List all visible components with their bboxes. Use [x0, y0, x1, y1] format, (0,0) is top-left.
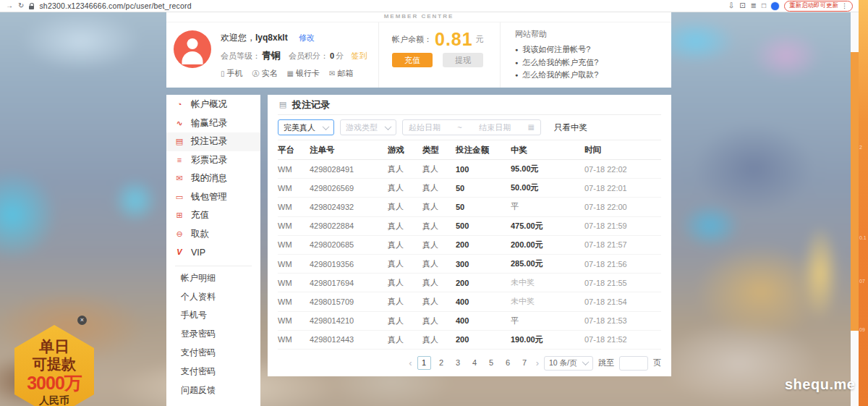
balance-amount: 0.81: [435, 30, 473, 48]
cell-amount: 500: [456, 221, 511, 230]
table-row[interactable]: WM 4298022884 真人 真人 500 475.00元 07-18 21…: [278, 217, 661, 236]
sidebar-item[interactable]: 帐户概况: [166, 96, 260, 114]
vip-icon: [174, 248, 184, 256]
cell-win: 475.00元: [511, 221, 584, 232]
cell-platform: WM: [278, 240, 310, 249]
member-level: 青铜: [262, 49, 281, 62]
sidebar-secondary-item[interactable]: 个人资料: [166, 287, 260, 306]
cell-win: 平: [511, 316, 584, 326]
platform-select[interactable]: 完美真人: [278, 119, 334, 135]
cell-amount: 200: [456, 335, 511, 344]
sidebar-secondary-item[interactable]: 问题反馈: [166, 381, 260, 399]
forward-icon[interactable]: [6, 2, 13, 9]
date-separator: ~: [457, 123, 461, 132]
page-number[interactable]: 3: [452, 357, 464, 369]
sidebar-item[interactable]: 钱包管理: [166, 188, 260, 207]
next-page-icon[interactable]: [536, 358, 539, 368]
lock-icon: [29, 3, 34, 9]
date-range-picker[interactable]: 起始日期 ~ 结束日期: [402, 119, 541, 135]
page-number[interactable]: 5: [485, 357, 498, 369]
scrollbar-thumb[interactable]: [851, 52, 859, 331]
page-number[interactable]: 4: [469, 357, 481, 369]
table-row[interactable]: WM 4298020685 真人 真人 200 200.00元 07-18 21…: [278, 236, 661, 255]
calendar-icon: [528, 124, 535, 131]
help-link[interactable]: 怎么给我的帐户充值?: [515, 56, 671, 69]
update-button[interactable]: 重新启动即可更新: [784, 1, 853, 12]
cell-platform: WM: [278, 316, 310, 325]
cell-bet-number: 4298017694: [310, 279, 388, 287]
sidebar-item[interactable]: VIP: [166, 243, 260, 262]
cell-game: 真人: [388, 221, 422, 232]
download-icon[interactable]: [728, 2, 734, 9]
sidebar-secondary-item[interactable]: 支付密码: [166, 344, 260, 363]
promo-hexagon[interactable]: 单日 可提款 3000万 人民币: [14, 325, 94, 406]
sidebar: 帐户概况 输赢纪录 投注记录 彩票记录: [166, 95, 260, 406]
tab-icon[interactable]: [762, 2, 766, 9]
sidebar-secondary-item[interactable]: 支付密码: [166, 362, 260, 381]
column-header: 类型: [422, 145, 456, 156]
page-number[interactable]: 6: [502, 357, 514, 369]
bet-record-table: 平台注单号游戏类型投注金额中奖时间 WM 4298028491 真人 真人 10…: [278, 140, 661, 350]
sidebar-secondary-item[interactable]: 登录密码: [166, 325, 260, 344]
sidebar-secondary-item[interactable]: 手机号: [166, 306, 260, 325]
help-link[interactable]: 我该如何注册帐号?: [515, 43, 671, 56]
clock-icon: [174, 101, 184, 109]
member-panel: MEMBER CENTRE 欢迎您，lyq8xklt 修改 会员等级：青铜 会员…: [166, 12, 671, 88]
cell-type: 真人: [422, 258, 456, 269]
sidebar-item[interactable]: 输赢纪录: [166, 114, 260, 133]
only-winning-filter[interactable]: 只看中奖: [554, 122, 587, 133]
verify-item[interactable]: 手机: [221, 68, 243, 79]
sidebar-item[interactable]: 取款: [166, 225, 260, 244]
cell-win: 50.00元: [511, 182, 584, 193]
sidebar-item[interactable]: 我的消息: [166, 169, 260, 188]
recharge-button[interactable]: 充值: [392, 53, 433, 67]
cell-bet-number: 4298015709: [310, 297, 388, 306]
cell-bet-number: 4298026569: [310, 184, 388, 193]
sidebar-item[interactable]: 彩票记录: [166, 151, 260, 170]
help-section: 网站帮助 我该如何注册帐号? 怎么给我的帐户充值?: [500, 22, 671, 88]
table-row[interactable]: WM 4298012443 真人 真人 200 190.00元 07-18 21…: [278, 331, 661, 350]
withdraw-button[interactable]: 提现: [443, 53, 483, 67]
sidebar-item[interactable]: 充值: [166, 206, 260, 225]
table-row[interactable]: WM 4298017694 真人 真人 200 未中奖 07-18 21:55: [278, 274, 661, 292]
jump-unit: 页: [653, 358, 661, 368]
verify-item[interactable]: 银行卡: [287, 68, 320, 79]
checkin-link[interactable]: 签到: [351, 51, 367, 62]
edit-link[interactable]: 修改: [299, 33, 315, 42]
table-row[interactable]: WM 4298019356 真人 真人 300 285.00元 07-18 21…: [278, 255, 661, 274]
table-row[interactable]: WM 4298028491 真人 真人 100 95.00元 07-18 22:…: [278, 160, 661, 179]
game-type-select[interactable]: 游戏类型: [340, 119, 396, 135]
verify-item[interactable]: 实名: [252, 68, 278, 79]
panel-icon[interactable]: [751, 2, 757, 9]
page-number[interactable]: 7: [519, 357, 531, 369]
help-link[interactable]: 怎么给我的帐户取款?: [515, 69, 671, 82]
page-size-select[interactable]: 10 条/页: [544, 356, 593, 371]
cell-game: 真人: [388, 258, 422, 269]
sidebar-secondary-item[interactable]: 帐户明细: [166, 269, 260, 288]
page-jump-input[interactable]: [619, 356, 648, 371]
table-row[interactable]: WM 4298014210 真人 真人 400 平 07-18 21:53: [278, 312, 661, 331]
extensions-icon[interactable]: [739, 2, 745, 9]
page-number[interactable]: 1: [417, 356, 431, 370]
verify-item[interactable]: 邮箱: [329, 68, 353, 79]
cell-time: 07-18 21:54: [584, 297, 661, 306]
table-row[interactable]: WM 4298015709 真人 真人 400 未中奖 07-18 21:54: [278, 292, 661, 311]
prev-page-icon[interactable]: [409, 358, 412, 368]
cell-platform: WM: [278, 297, 310, 306]
cell-platform: WM: [278, 260, 310, 268]
reload-icon[interactable]: [18, 2, 24, 9]
page-number[interactable]: 2: [435, 357, 448, 369]
url-text[interactable]: sh2300.x12346666.com/pc/user/bet_record: [39, 1, 191, 10]
table-row[interactable]: WM 4298024932 真人 真人 50 平 07-18 22:00: [278, 198, 661, 216]
envelope-icon: [174, 174, 184, 182]
cell-type: 真人: [422, 221, 456, 232]
chevron-down-icon: [323, 123, 330, 130]
close-icon[interactable]: [77, 316, 87, 325]
recharge-icon: [174, 211, 184, 219]
menu-dots-icon[interactable]: [841, 3, 848, 9]
avatar: [174, 30, 211, 68]
browser-profile-avatar[interactable]: [771, 2, 779, 10]
sidebar-item[interactable]: 投注记录: [166, 132, 260, 151]
cell-win: 285.00元: [511, 258, 584, 269]
table-row[interactable]: WM 4298026569 真人 真人 50 50.00元 07-18 22:0…: [278, 179, 661, 198]
